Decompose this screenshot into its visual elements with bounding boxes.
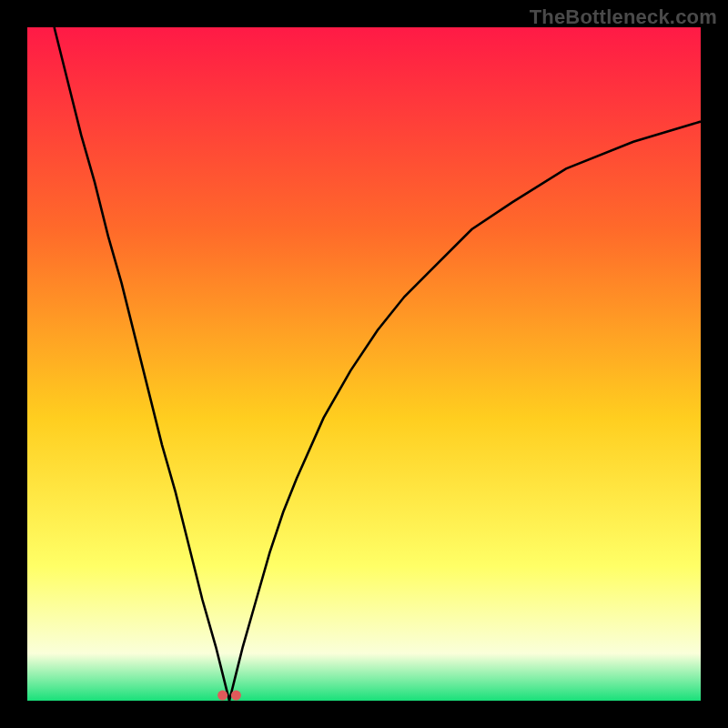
plot-svg (27, 27, 701, 701)
plot-area (27, 27, 701, 701)
minimum-marker (231, 691, 241, 701)
gradient-background (27, 27, 701, 701)
chart-frame: TheBottleneck.com (0, 0, 728, 728)
watermark-text: TheBottleneck.com (530, 5, 717, 29)
minimum-marker (217, 691, 228, 701)
